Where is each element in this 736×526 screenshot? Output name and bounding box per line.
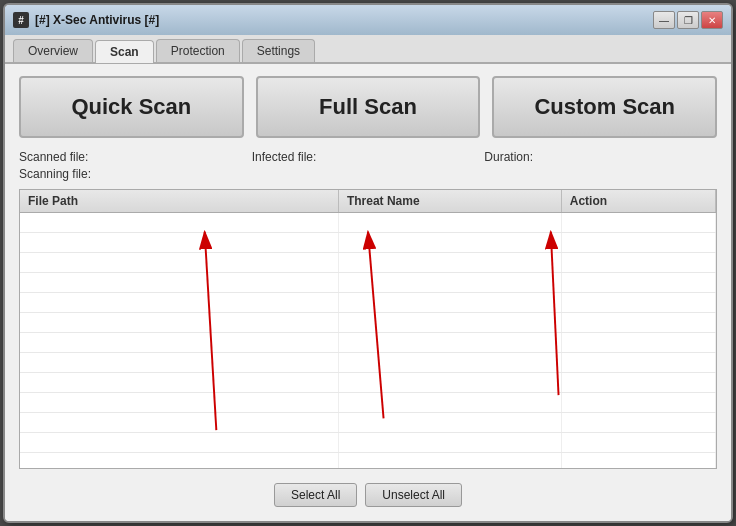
- tab-overview[interactable]: Overview: [13, 39, 93, 62]
- restore-button[interactable]: ❐: [677, 11, 699, 29]
- table-row: [20, 273, 716, 293]
- scan-buttons-row: Quick Scan Full Scan Custom Scan: [19, 76, 717, 138]
- table-row: [20, 333, 716, 353]
- bottom-bar: Select All Unselect All: [19, 477, 717, 509]
- results-table: File Path Threat Name Action: [19, 189, 717, 469]
- col-filepath: File Path: [20, 190, 339, 212]
- table-row: [20, 253, 716, 273]
- tab-protection[interactable]: Protection: [156, 39, 240, 62]
- tab-settings[interactable]: Settings: [242, 39, 315, 62]
- window-controls: — ❐ ✕: [653, 11, 723, 29]
- full-scan-button[interactable]: Full Scan: [256, 76, 481, 138]
- custom-scan-button[interactable]: Custom Scan: [492, 76, 717, 138]
- main-window: # [#] X-Sec Antivirus [#] — ❐ ✕ Overview…: [3, 3, 733, 523]
- table-row: [20, 433, 716, 453]
- scanned-file-label: Scanned file:: [19, 150, 252, 164]
- table-row: [20, 353, 716, 373]
- app-icon: #: [13, 12, 29, 28]
- unselect-all-button[interactable]: Unselect All: [365, 483, 462, 507]
- quick-scan-button[interactable]: Quick Scan: [19, 76, 244, 138]
- tab-scan[interactable]: Scan: [95, 40, 154, 63]
- scan-content: Quick Scan Full Scan Custom Scan Scanned…: [5, 64, 731, 521]
- close-button[interactable]: ✕: [701, 11, 723, 29]
- table-row: [20, 233, 716, 253]
- info-right: Duration:: [484, 150, 717, 181]
- table-row: [20, 293, 716, 313]
- table-row: [20, 453, 716, 468]
- table-row: [20, 373, 716, 393]
- info-center: Infected file:: [252, 150, 485, 181]
- table-row: [20, 213, 716, 233]
- title-bar: # [#] X-Sec Antivirus [#] — ❐ ✕: [5, 5, 731, 35]
- table-row: [20, 413, 716, 433]
- window-title: [#] X-Sec Antivirus [#]: [35, 13, 159, 27]
- infected-file-label: Infected file:: [252, 150, 485, 164]
- info-left: Scanned file: Scanning file:: [19, 150, 252, 181]
- app-icon-text: #: [18, 15, 24, 26]
- title-bar-left: # [#] X-Sec Antivirus [#]: [13, 12, 159, 28]
- table-row: [20, 313, 716, 333]
- scanning-file-label: Scanning file:: [19, 167, 252, 181]
- col-threatname: Threat Name: [339, 190, 562, 212]
- table-row: [20, 393, 716, 413]
- table-header: File Path Threat Name Action: [20, 190, 716, 213]
- col-action: Action: [562, 190, 716, 212]
- select-all-button[interactable]: Select All: [274, 483, 357, 507]
- info-row: Scanned file: Scanning file: Infected fi…: [19, 150, 717, 181]
- duration-label: Duration:: [484, 150, 717, 164]
- tab-strip: Overview Scan Protection Settings: [5, 35, 731, 64]
- minimize-button[interactable]: —: [653, 11, 675, 29]
- table-body[interactable]: [20, 213, 716, 468]
